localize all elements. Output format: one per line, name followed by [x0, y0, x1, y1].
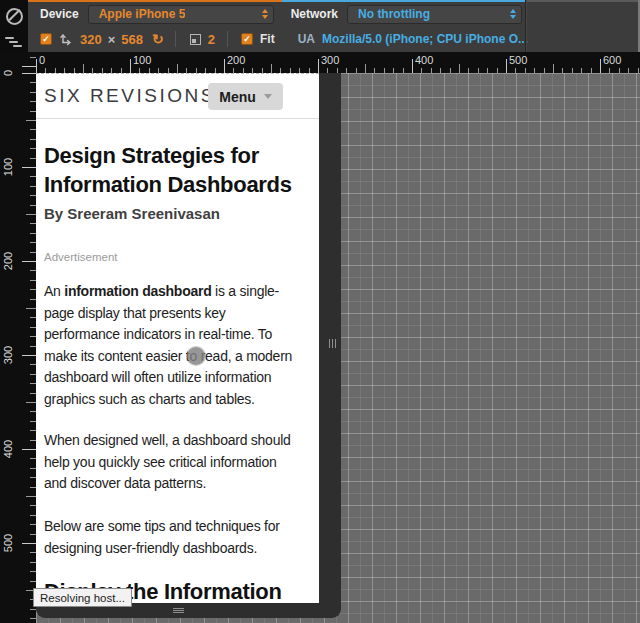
ruler-label: 100	[2, 152, 14, 182]
viewport-height-field[interactable]: 568	[121, 32, 143, 47]
block-icon	[6, 8, 23, 25]
disable-throttling-button[interactable]	[0, 4, 28, 28]
network-select-value: No throttling	[358, 7, 430, 21]
device-select[interactable]: Apple iPhone 5	[88, 5, 274, 24]
site-header: SIX REVISIONS Menu	[36, 74, 319, 118]
ruler-label: 500	[509, 54, 527, 66]
ruler-label: 0	[39, 54, 45, 66]
select-stepper-icon	[262, 9, 268, 19]
ruler-label: 400	[2, 434, 14, 464]
toolbar-section-separator	[525, 0, 527, 52]
device-viewport-page: SIX REVISIONS Menu Design Strategies for…	[36, 73, 319, 603]
site-logo[interactable]: SIX REVISIONS	[44, 85, 216, 107]
article-title: Design Strategies for Information Dashbo…	[44, 141, 314, 199]
responsive-design-mode-window: Device Apple iPhone 5 Network No throttl…	[0, 0, 640, 623]
ruler-label: 100	[133, 54, 151, 66]
menu-button[interactable]: Menu	[208, 83, 283, 110]
network-label: Network	[291, 7, 338, 21]
ruler-label: 200	[227, 54, 245, 66]
dpr-icon	[190, 34, 201, 45]
times-symbol: ×	[108, 32, 116, 47]
devtools-side-strip	[0, 0, 28, 52]
size-sync-checkbox[interactable]: ✓	[40, 33, 52, 45]
ruler-label: 300	[2, 340, 14, 370]
viewport-resize-handle-horizontal[interactable]	[325, 335, 339, 351]
status-text: Resolving host...	[40, 592, 125, 604]
refresh-icon[interactable]: ↻	[152, 32, 164, 46]
ruler-label: 400	[415, 54, 433, 66]
article-paragraph-3: Below are some tips and techniques for d…	[44, 516, 316, 559]
device-select-value: Apple iPhone 5	[99, 7, 186, 21]
bold-term: information dashboard	[64, 283, 211, 299]
select-stepper-icon	[510, 9, 516, 19]
article-byline: By Sreeram Sreenivasan	[44, 205, 220, 222]
toolbar-separator	[175, 31, 176, 47]
network-select[interactable]: No throttling	[347, 5, 522, 24]
article-paragraph-1: An information dashboard is a single- pa…	[44, 281, 316, 410]
fit-checkbox[interactable]: ✓	[241, 33, 253, 45]
ruler-label: 0	[2, 58, 14, 88]
check-icon: ✓	[243, 35, 251, 44]
viewport-width-field[interactable]: 320	[80, 32, 102, 47]
device-label: Device	[40, 7, 79, 21]
ruler-label: 200	[2, 246, 14, 276]
ruler-label: 600	[603, 54, 621, 66]
dpr-value[interactable]: 2	[208, 32, 215, 47]
advertisement-label: Advertisement	[44, 251, 118, 263]
menu-button-label: Menu	[219, 89, 256, 105]
touch-cursor-dot	[187, 347, 205, 365]
ua-label: UA	[298, 32, 315, 46]
article-paragraph-2: When designed well, a dashboard should h…	[44, 430, 316, 495]
viewport-frame: SIX REVISIONS Menu Design Strategies for…	[36, 73, 341, 618]
fit-label: Fit	[260, 32, 275, 46]
ua-value[interactable]: Mozilla/5.0 (iPhone; CPU iPhone O...	[322, 32, 528, 46]
check-icon: ✓	[42, 35, 50, 44]
ruler-label: 500	[2, 528, 14, 558]
header-divider	[36, 118, 319, 119]
rotate-viewport-icon[interactable]	[59, 32, 73, 46]
ruler-label: 300	[321, 54, 339, 66]
rdm-toolbar: Device Apple iPhone 5 Network No throttl…	[28, 0, 640, 52]
chevron-down-icon	[264, 94, 272, 99]
throttle-icon	[5, 36, 23, 48]
throttling-button[interactable]	[0, 30, 28, 54]
vertical-ruler: 0100200300400500600	[0, 52, 36, 623]
viewport-resize-handle-vertical[interactable]	[170, 606, 186, 615]
horizontal-ruler: 0100200300400500600	[28, 52, 640, 73]
toolbar-separator	[227, 31, 228, 47]
status-tooltip: Resolving host...	[33, 588, 132, 607]
